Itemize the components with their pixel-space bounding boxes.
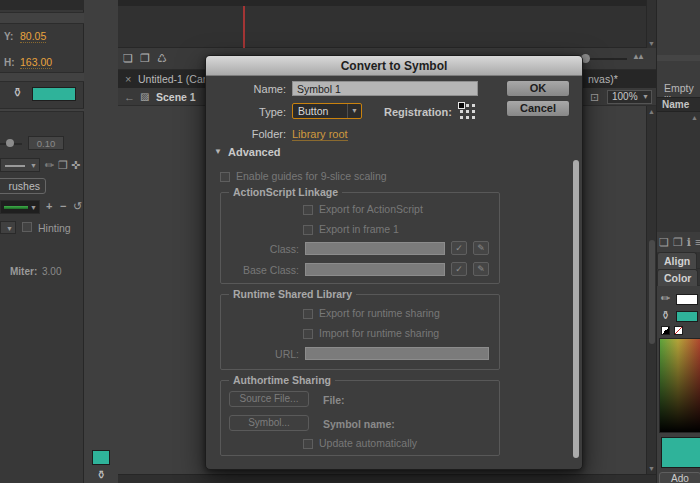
file-label: File: [323, 394, 345, 406]
no-color-icon[interactable] [674, 326, 683, 335]
registration-grid[interactable] [458, 102, 476, 120]
stroke-width-slider-knob[interactable] [6, 139, 14, 147]
fill-bucket-icon[interactable]: ⚱ [661, 309, 670, 321]
add-button-fragment[interactable]: Ado [659, 472, 700, 483]
new-layer-icon[interactable]: ❏ [123, 52, 133, 65]
document-tab-fragment[interactable]: nvas)* [588, 70, 618, 88]
export-in-frame-1-checkbox[interactable] [303, 225, 313, 235]
delete-layer-icon[interactable]: ♺ [157, 52, 167, 65]
black-white-colors-icon[interactable] [661, 326, 670, 335]
scroll-up-arrow-icon[interactable]: ▲ [691, 114, 698, 121]
center-frame-icon[interactable]: ⊡ [590, 88, 599, 106]
section-divider-bar[interactable] [0, 72, 84, 82]
stroke-color-swatch[interactable] [676, 294, 698, 305]
color-spectrum-picker[interactable] [659, 338, 700, 433]
panel-menu-icon[interactable]: ≡ [695, 236, 700, 248]
ok-button[interactable]: OK [506, 80, 570, 97]
hinting-label: Hinting [38, 222, 71, 234]
frame-size-icon[interactable]: ▲▲ [632, 52, 642, 61]
scroll-up-arrow-icon[interactable]: ▲ [647, 108, 656, 115]
stage-horizontal-scrollbar[interactable] [118, 474, 656, 483]
edit-stroke-style-icon[interactable]: ✏ [45, 159, 54, 171]
new-symbol-icon[interactable]: ❏ [659, 236, 669, 248]
y-position-value[interactable]: 80.05 [20, 30, 46, 43]
scroll-down-arrow-icon[interactable]: ▼ [647, 40, 656, 47]
advanced-label[interactable]: Advanced [228, 146, 281, 158]
height-value[interactable]: 163.00 [20, 56, 52, 69]
info-icon[interactable]: ℹ [687, 236, 691, 248]
stroke-style-preview [5, 165, 25, 167]
cancel-button[interactable]: Cancel [506, 100, 570, 117]
toolbar-stroke-color-swatch[interactable] [92, 450, 110, 465]
remove-brush-icon[interactable]: − [60, 200, 66, 212]
library-panel-top-strip [657, 55, 700, 61]
timeline-playhead[interactable] [243, 6, 245, 48]
nine-slice-row: Enable guides for 9-slice scaling [220, 170, 387, 182]
stroke-style-dropdown[interactable]: ▼ [0, 158, 40, 172]
update-automatically-checkbox[interactable] [303, 439, 313, 449]
nine-slice-checkbox[interactable] [220, 172, 230, 182]
brushes-button[interactable]: rushes [0, 178, 46, 194]
folder-link[interactable]: Library root [292, 128, 348, 141]
url-label: URL: [221, 348, 299, 360]
source-file-button[interactable]: Source File... [229, 391, 309, 407]
symbol-name-input[interactable] [292, 81, 478, 96]
scroll-down-arrow-icon[interactable]: ▼ [647, 465, 656, 472]
stage-vertical-scrollbar[interactable]: ▲ ▼ [646, 106, 656, 474]
class-input[interactable] [305, 242, 445, 255]
new-folder-icon[interactable]: ❐ [140, 52, 150, 65]
cap-style-dropdown[interactable]: ▼ [0, 221, 16, 234]
scene-name[interactable]: Scene 1 [156, 88, 196, 106]
validate-class-button[interactable]: ✓ [451, 241, 467, 255]
base-class-input[interactable] [305, 263, 445, 276]
fill-color-swatch[interactable] [676, 311, 698, 322]
tab-color[interactable]: Color [657, 269, 698, 286]
stage-zoom-dropdown[interactable]: 100% ▼ [607, 90, 652, 104]
library-list[interactable]: ▲ [657, 112, 700, 232]
export-actionscript-row: Export for ActionScript [303, 203, 423, 215]
brush-preview-dropdown[interactable]: ▼ [0, 200, 40, 214]
stroke-color-pencil-icon[interactable]: ✏ [661, 292, 670, 304]
library-name-column-header[interactable]: Name [657, 97, 700, 112]
scrollbar-thumb[interactable] [649, 240, 655, 344]
stroke-width-value[interactable]: 0.10 [28, 136, 64, 150]
import-runtime-sharing-checkbox[interactable] [303, 329, 313, 339]
timeline-frames-area[interactable]: ▼ [118, 0, 656, 48]
type-label: Type: [206, 106, 286, 118]
dialog-scrollbar-thumb[interactable] [573, 160, 579, 458]
reset-brush-icon[interactable]: ↺ [73, 200, 82, 212]
toolbar-fill-bucket-icon[interactable]: ⚱ [86, 467, 116, 483]
export-runtime-sharing-checkbox[interactable] [303, 309, 313, 319]
dialog-title-bar[interactable]: Convert to Symbol [206, 56, 582, 76]
brush-preview-stripe [4, 206, 28, 209]
fill-bucket-icon[interactable]: ⚱ [12, 87, 23, 99]
add-brush-icon[interactable]: + [46, 200, 52, 212]
hinting-checkbox[interactable] [22, 222, 32, 232]
fill-color-swatch[interactable] [32, 87, 76, 101]
height-label: H: [4, 56, 15, 68]
back-arrow-icon[interactable]: ← [124, 88, 135, 106]
export-frame1-row: Export in frame 1 [303, 223, 399, 235]
miter-value[interactable]: 3.00 [42, 266, 61, 277]
object-drawing-icon[interactable]: ❐ [58, 159, 68, 171]
advanced-disclosure-triangle[interactable]: ▼ [214, 147, 222, 156]
chevron-down-icon: ▼ [30, 162, 37, 169]
edit-class-button[interactable]: ✎ [473, 241, 489, 255]
symbol-button[interactable]: Symbol... [229, 415, 309, 431]
validate-base-class-button[interactable]: ✓ [451, 262, 467, 276]
tab-close-icon[interactable]: × [125, 70, 131, 88]
tab-align[interactable]: Align [657, 252, 697, 269]
chevron-down-icon: ▼ [347, 104, 361, 118]
edit-base-class-button[interactable]: ✎ [473, 262, 489, 276]
chevron-down-icon: ▼ [6, 225, 13, 232]
new-folder-icon[interactable]: ❐ [673, 236, 683, 248]
group-legend: Authortime Sharing [229, 374, 335, 386]
export-for-actionscript-checkbox[interactable] [303, 205, 313, 215]
url-input[interactable] [305, 347, 489, 360]
registration-point-selected[interactable] [459, 103, 464, 108]
current-color-preview [661, 437, 700, 468]
width-profile-icon[interactable]: ✜ [71, 159, 80, 171]
symbol-type-dropdown[interactable]: Button ▼ [292, 103, 362, 119]
timeline-vertical-scrollbar[interactable]: ▼ [646, 0, 656, 48]
section-divider-bar[interactable] [0, 12, 84, 24]
